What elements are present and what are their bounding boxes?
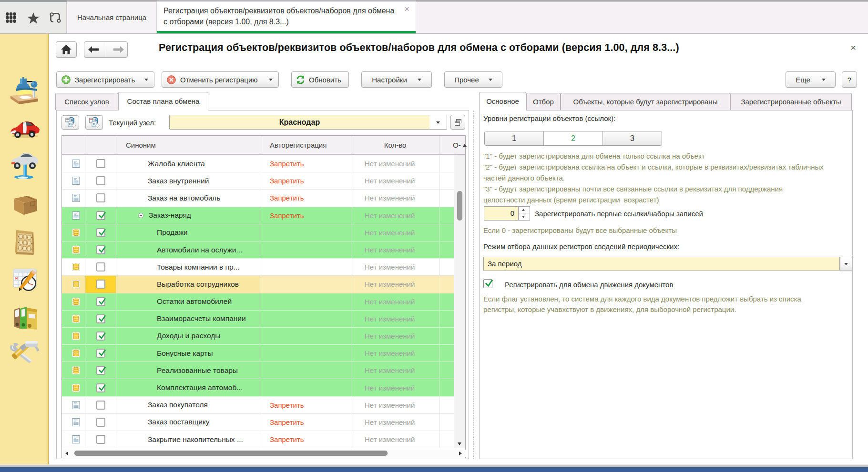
svg-text:B: B [93, 122, 95, 126]
svg-text:A: A [94, 118, 97, 121]
svg-text:B: B [69, 122, 71, 126]
svg-text:A: A [71, 118, 73, 121]
